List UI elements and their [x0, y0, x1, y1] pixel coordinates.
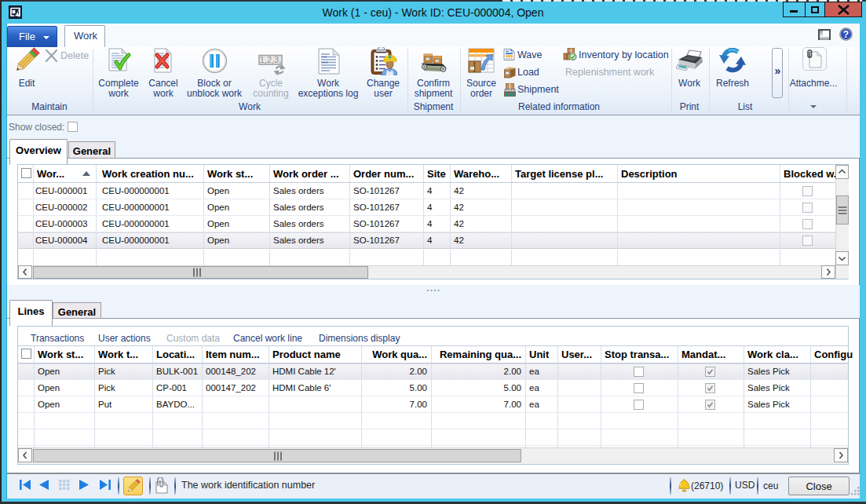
svg-text:1,2,3,: 1,2,3,: [260, 55, 282, 64]
